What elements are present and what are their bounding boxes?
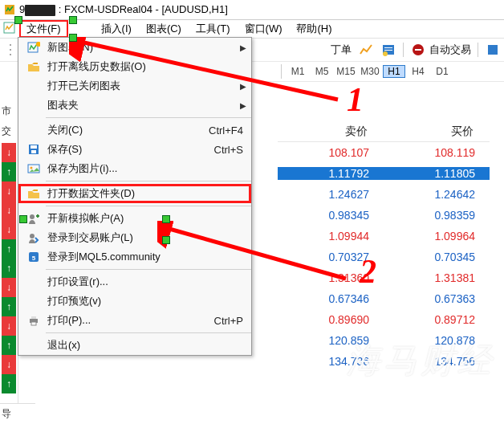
menu-chart[interactable]: 图表(C) [140,20,188,38]
svg-point-19 [30,214,35,219]
svg-rect-25 [31,322,36,325]
menu-save[interactable]: 保存(S) Ctrl+S [18,140,251,159]
direction-arrow: ↓ [2,316,16,336]
new-chart-icon [25,41,43,54]
menu-file[interactable]: 文件(F) [19,20,68,38]
timeframe-h4[interactable]: H4 [407,66,429,77]
menu-help[interactable]: 帮助(H) [290,20,338,38]
direction-arrow: ↑ [2,239,16,259]
menu-open-offline-history[interactable]: 打开离线历史数据(O) [18,57,251,76]
price-row[interactable]: 0.89690 0.89712 [278,309,490,330]
menu-close[interactable]: 关闭(C) Ctrl+F4 [18,120,251,140]
price-row[interactable]: 134.736 134.756 [278,351,490,372]
menu-save-as-image[interactable]: 保存为图片(i)... [18,159,251,178]
price-row[interactable]: 0.70327 0.70345 [278,247,490,267]
svg-point-3 [10,49,11,51]
direction-arrow: ↓ [2,355,16,374]
svg-rect-16 [31,150,36,153]
svg-rect-24 [31,316,36,319]
price-row[interactable]: 1.24627 1.24642 [278,184,490,205]
bid-price: 1.24642 [384,188,490,201]
market-watch-tab[interactable]: 市 [0,104,11,118]
menu-login-mql5[interactable]: 5 登录到MQL5.community [18,247,251,267]
svg-rect-11 [488,45,498,55]
direction-arrow: ↓ [2,143,16,162]
watermark-url: www.zzrt01.com [347,383,494,400]
save-icon [25,143,43,156]
timeframe-m30[interactable]: M30 [359,66,381,77]
menu-chart-folder[interactable]: 图表夹 ▶ [18,96,251,115]
column-bid: 买价 [384,124,490,139]
svg-rect-7 [384,50,392,51]
submenu-arrow-icon: ▶ [240,82,246,91]
title-text: 9 : FXCM-USDReal04 - [AUDUSD,H1] [19,3,228,16]
price-row[interactable]: 120.859 120.878 [278,330,490,351]
bid-price: 0.98359 [384,209,490,222]
timeframe-d1[interactable]: D1 [431,66,453,77]
price-row[interactable]: 1.31360 1.31381 [278,267,490,288]
menu-print-setup[interactable]: 打印设置(r)... [18,272,251,292]
symbol-tab[interactable]: 交 [0,124,11,138]
ask-price: 0.89690 [278,313,384,326]
toolbar-metaeditor-icon[interactable] [380,42,396,58]
timeframe-h1[interactable]: H1 [383,65,405,78]
menu-new-demo-account[interactable]: 开新模拟帐户(A) [18,209,251,228]
file-menu-dropdown: 新图表(N) ▶ 打开离线历史数据(O) 打开已关闭图表 ▶ 图表夹 ▶ 关闭(… [18,37,252,356]
ask-price: 108.107 [278,146,384,159]
menu-open-closed-chart[interactable]: 打开已关闭图表 ▶ [18,76,251,96]
price-row[interactable]: 0.67346 0.67363 [278,288,490,309]
mql5-icon: 5 [25,251,43,263]
timeframe-m15[interactable]: M15 [335,66,357,77]
app-icon [3,3,16,16]
menu-new-chart[interactable]: 新图表(N) ▶ [18,38,251,57]
menu-exit[interactable]: 退出(x) [18,336,251,355]
toolbar-chart-icon[interactable] [358,42,374,58]
price-row[interactable]: 108.107 108.119 [278,142,490,163]
menu-insert[interactable]: 插入(I) [95,20,138,38]
svg-point-20 [30,234,35,238]
direction-arrow: ↑ [2,374,16,393]
ask-price: 1.11792 [278,167,384,180]
user-add-icon [25,212,43,225]
market-watch-prices: 卖价 买价 108.107 108.119 1.11792 1.11805 1.… [278,122,490,372]
navigator-tab[interactable]: 导 [0,403,35,424]
bid-price: 134.756 [384,355,490,368]
price-row[interactable]: 0.98345 0.98359 [278,205,490,226]
menu-open-data-folder[interactable]: 打开数据文件夹(D) [18,184,251,203]
folder-open-icon [25,60,43,73]
bid-price: 1.09964 [384,230,490,243]
ask-price: 134.736 [278,355,384,368]
price-row[interactable]: 1.11792 1.11805 [278,163,490,184]
svg-rect-15 [30,145,37,149]
ask-price: 1.09944 [278,230,384,243]
bid-price: 0.89712 [384,313,490,326]
price-header-row: 卖价 买价 [278,122,490,142]
folder-open-icon [25,187,43,200]
direction-arrow: ↑ [2,259,16,278]
direction-arrow: ↓ [2,278,16,297]
direction-arrow: ↑ [2,162,16,181]
title-redacted-segment [25,5,55,16]
direction-arrow: ↑ [2,336,16,355]
price-row[interactable]: 1.09944 1.09964 [278,226,490,247]
menu-print-preview[interactable]: 打印预览(v) [18,292,251,311]
window-titlebar: 9 : FXCM-USDReal04 - [AUDUSD,H1] [0,0,504,20]
direction-arrow: ↓ [2,181,16,201]
direction-arrow: ↓ [2,201,16,220]
menu-login-trade-account[interactable]: 登录到交易账户(L) [18,228,251,247]
control-icon[interactable] [3,22,16,37]
autotrade-toggle[interactable]: 自动交易 [410,42,471,58]
timeframe-m5[interactable]: M5 [311,66,333,77]
bid-price: 0.67363 [384,292,490,305]
direction-arrow: ↓ [2,220,16,239]
svg-point-2 [10,44,11,46]
svg-point-8 [383,51,388,56]
menu-window[interactable]: 窗口(W) [238,20,289,38]
submenu-arrow-icon: ▶ [240,43,246,52]
menu-tool[interactable]: 工具(T) [189,20,237,38]
order-label: 丁单 [331,43,352,57]
timeframe-m1[interactable]: M1 [287,66,309,77]
bid-price: 1.11805 [384,167,490,180]
menu-print[interactable]: 打印(P)... Ctrl+P [18,311,251,330]
toolbar-extra-icon[interactable] [485,42,501,58]
